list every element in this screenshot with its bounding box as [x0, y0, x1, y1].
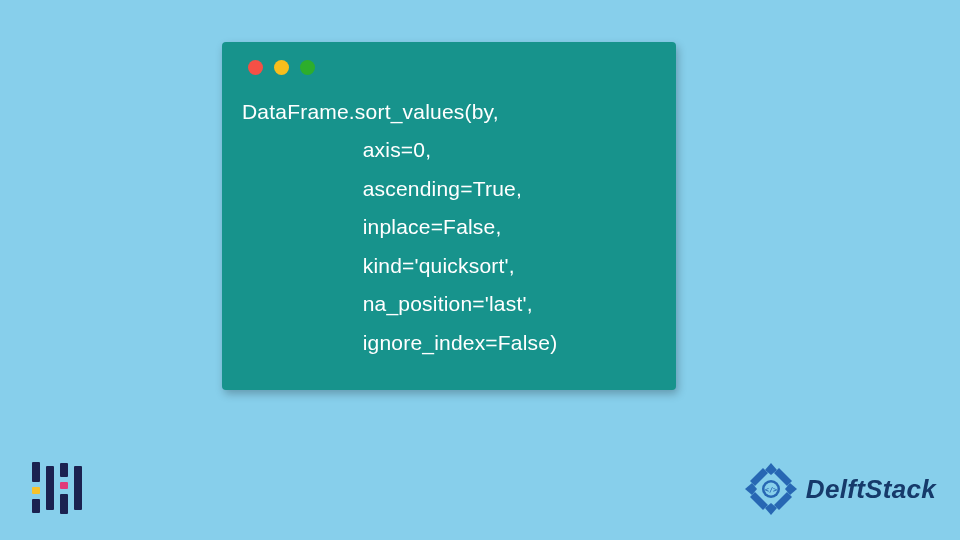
delftstack-logo-icon: </>: [742, 460, 800, 518]
svg-text:</>: </>: [765, 486, 778, 494]
delftstack-brand: </> DelftStack: [742, 460, 936, 518]
code-line: DataFrame.sort_values(by,: [242, 100, 499, 123]
code-snippet: DataFrame.sort_values(by, axis=0, ascend…: [242, 93, 656, 362]
code-line: inplace=False,: [242, 215, 502, 238]
code-line: kind='quicksort',: [242, 254, 515, 277]
code-line: na_position='last',: [242, 292, 533, 315]
minimize-icon: [274, 60, 289, 75]
code-line: ascending=True,: [242, 177, 522, 200]
pandas-logo-icon: [32, 462, 82, 514]
maximize-icon: [300, 60, 315, 75]
code-line: ignore_index=False): [242, 331, 557, 354]
code-line: axis=0,: [242, 138, 431, 161]
code-window: DataFrame.sort_values(by, axis=0, ascend…: [222, 42, 676, 390]
close-icon: [248, 60, 263, 75]
brand-name: DelftStack: [806, 474, 936, 505]
window-controls: [248, 60, 656, 75]
